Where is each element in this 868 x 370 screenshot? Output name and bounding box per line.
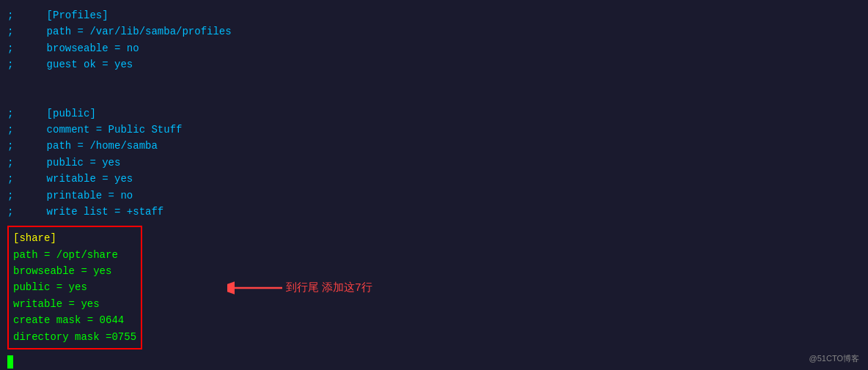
- line-text-4: guest ok = yes: [22, 56, 133, 73]
- line-text-7: [public]: [22, 106, 96, 122]
- empty-line-2: [0, 89, 868, 106]
- highlight-line-7: directory mask =0755: [13, 329, 136, 345]
- arrow-svg: [227, 277, 286, 299]
- code-line-7: ; [public]: [0, 106, 868, 122]
- code-line-2: ; path = /var/lib/samba/profiles: [0, 23, 868, 40]
- line-text-12: printable = no: [22, 188, 133, 204]
- code-line-1: ; [Profiles]: [0, 7, 868, 23]
- semicolon-1: ;: [7, 7, 16, 23]
- code-line-11: ; writable = yes: [0, 171, 868, 187]
- annotation-area: 到行尾 添加这7行: [227, 277, 372, 299]
- annotation-text: 到行尾 添加这7行: [286, 281, 372, 295]
- semicolon-3: ;: [7, 40, 16, 56]
- code-line-10: ; public = yes: [0, 155, 868, 171]
- highlight-text-create-mask: create mask = 0644: [13, 312, 124, 328]
- semicolon-2: ;: [7, 23, 16, 40]
- line-text-9: path = /home/samba: [22, 138, 158, 154]
- line-text-1: [Profiles]: [22, 7, 108, 23]
- highlight-line-3: browseable = yes: [13, 263, 136, 279]
- highlight-text-browseable: browseable = yes: [13, 263, 111, 279]
- code-line-3: ; browseable = no: [0, 40, 868, 56]
- highlighted-section: [share] path = /opt/share browseable = y…: [0, 223, 868, 352]
- line-text-10: public = yes: [22, 155, 120, 171]
- code-line-9: ; path = /home/samba: [0, 138, 868, 154]
- highlight-text-writable: writable = yes: [13, 296, 100, 312]
- semicolon-8: ;: [7, 122, 16, 138]
- code-line-12: ; printable = no: [0, 188, 868, 204]
- cursor: [7, 355, 13, 369]
- line-text-2: path = /var/lib/samba/profiles: [22, 23, 232, 40]
- line-text-3: browseable = no: [22, 40, 139, 56]
- semicolon-11: ;: [7, 171, 16, 187]
- editor-container: ; [Profiles] ; path = /var/lib/samba/pro…: [0, 0, 868, 370]
- highlight-text-public: public = yes: [13, 279, 87, 295]
- watermark: @51CTO博客: [809, 353, 859, 364]
- semicolon-13: ;: [7, 204, 16, 220]
- highlight-line-6: create mask = 0644: [13, 312, 136, 328]
- highlight-line-5: writable = yes: [13, 296, 136, 312]
- line-text-8: comment = Public Stuff: [22, 122, 182, 138]
- empty-line-1: [0, 73, 868, 89]
- highlight-line-4: public = yes: [13, 279, 136, 295]
- code-line-4: ; guest ok = yes: [0, 56, 868, 73]
- highlighted-code-box: [share] path = /opt/share browseable = y…: [7, 226, 142, 349]
- highlight-line-1: [share]: [13, 230, 136, 246]
- semicolon-12: ;: [7, 188, 16, 204]
- highlight-line-2: path = /opt/share: [13, 247, 136, 263]
- line-text-11: writable = yes: [22, 171, 133, 187]
- line-text-13: write list = +staff: [22, 204, 163, 220]
- code-line-13: ; write list = +staff: [0, 204, 868, 220]
- cursor-line: [0, 355, 868, 369]
- semicolon-10: ;: [7, 155, 16, 171]
- semicolon-7: ;: [7, 106, 16, 122]
- code-line-8: ; comment = Public Stuff: [0, 122, 868, 138]
- semicolon-9: ;: [7, 138, 16, 154]
- semicolon-4: ;: [7, 56, 16, 73]
- highlight-text-path: path = /opt/share: [13, 247, 118, 263]
- highlight-text-dir-mask: directory mask =0755: [13, 329, 136, 345]
- highlight-text-share: [share]: [13, 230, 56, 246]
